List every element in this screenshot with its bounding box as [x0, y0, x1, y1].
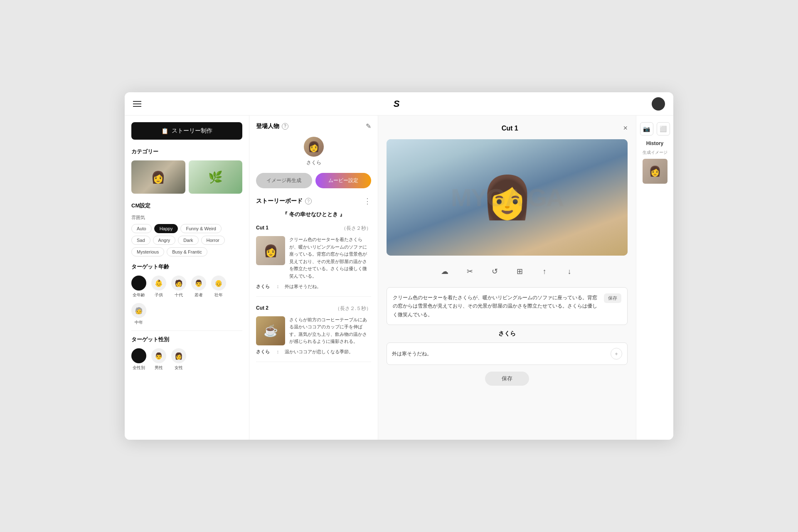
history-subtitle: 生成イメージ — [643, 150, 667, 155]
adult-icon: 👴 — [211, 276, 226, 291]
cut-1-id: Cut 1 — [256, 225, 268, 232]
scene-description-text: クリーム色のセーターを着たさくらが、暖かいリビングルームのソファに座っている。背… — [393, 293, 600, 319]
tag-mysterious[interactable]: Mysterious — [131, 247, 164, 256]
storyboard-title-row: ストーリーボード ? — [256, 197, 312, 205]
modal-close-button[interactable]: × — [623, 124, 628, 133]
tag-sad[interactable]: Sad — [131, 236, 150, 245]
mood-tags-row1: Auto Happy Funny & Weird — [131, 224, 242, 233]
scene-desc-save-button[interactable]: 保存 — [604, 293, 621, 303]
gender-all-icon: ALL — [131, 348, 146, 363]
grid-icon[interactable]: ⊞ — [512, 264, 527, 279]
tag-auto[interactable]: Auto — [131, 224, 152, 233]
target-age-grid: ALL 全年齢 👶 子供 🧑 十代 👨 若者 — [131, 276, 242, 325]
middle-icon: 🧓 — [131, 303, 146, 318]
app-logo: S — [394, 99, 400, 109]
edit-cut-icon[interactable]: ✂ — [462, 264, 477, 279]
action-toolbar: ☁ ✂ ↺ ⊞ ↑ ↓ — [387, 264, 628, 279]
female-icon: 👩 — [171, 348, 186, 363]
target-age-all[interactable]: ALL 全年齢 — [131, 276, 146, 298]
mood-label: 雰囲気 — [131, 214, 242, 221]
cut-1-description: クリーム色のセーターを着たさくらが、暖かいリビングルームのソファに座っている。背… — [289, 236, 371, 280]
cut-2-header: Cut 2 （長さ２.５秒） — [256, 305, 371, 312]
male-icon: 👨 — [151, 348, 166, 363]
cut-2-thumbnail[interactable]: ☕ — [256, 316, 285, 345]
history-thumbnail[interactable]: 👩 — [643, 159, 667, 184]
target-gender-label: ターゲット性別 — [131, 336, 242, 343]
characters-edit-icon[interactable]: ✎ — [366, 122, 371, 130]
cut-1-thumbnail[interactable]: 👩 — [256, 236, 285, 265]
scene-character: 👩 — [481, 173, 533, 222]
movie-settings-button[interactable]: ムービー設定 — [315, 173, 372, 188]
child-icon: 👶 — [151, 276, 166, 291]
young-icon: 👨 — [191, 276, 206, 291]
cut-1-header: Cut 1 （長さ２秒） — [256, 225, 371, 232]
history-title: History — [646, 140, 663, 146]
cut-1-dialog: さくら ： 外は寒そうだね。 — [256, 283, 371, 290]
scene-desc-box: クリーム色のセーターを着たさくらが、暖かいリビングルームのソファに座っている。背… — [387, 287, 628, 325]
dialog-text: 外は寒そうだね。 — [392, 350, 432, 357]
character-avatar[interactable]: 👩 — [304, 137, 324, 157]
target-age-child[interactable]: 👶 子供 — [151, 276, 166, 298]
characters-info-icon[interactable]: ? — [282, 123, 288, 130]
target-age-young[interactable]: 👨 若者 — [191, 276, 206, 298]
modal-header: Cut 1 × — [387, 124, 628, 133]
mood-tags-row3: Mysterious Busy & Frantic — [131, 247, 242, 256]
target-age-adult[interactable]: 👴 壮年 — [211, 276, 226, 298]
move-up-icon[interactable]: ↑ — [537, 264, 552, 279]
tag-funny[interactable]: Funny & Weird — [180, 224, 222, 233]
cut-2-description: さくらが前方のコーヒーテーブルにある温かいココアのカップに手を伸ばす。蒸気が立ち… — [289, 316, 371, 345]
teen-icon: 🧑 — [171, 276, 186, 291]
storyboard-info-icon[interactable]: ? — [305, 198, 312, 204]
tag-angry[interactable]: Angry — [153, 236, 176, 245]
tag-happy[interactable]: Happy — [154, 224, 178, 233]
cut-2-id: Cut 2 — [256, 305, 268, 312]
gender-male[interactable]: 👨 男性 — [151, 348, 166, 371]
target-age-section: ターゲット年齢 ALL 全年齢 👶 子供 🧑 十代 — [131, 263, 242, 325]
character-name: さくら — [306, 159, 321, 166]
left-sidebar: 📋 ストーリー制作 カテゴリー CM設定 雰囲気 Auto Happy Funn… — [125, 116, 249, 440]
save-center-button[interactable]: 保存 — [485, 372, 529, 386]
upload-icon[interactable]: ☁ — [437, 264, 452, 279]
create-story-button[interactable]: 📋 ストーリー制作 — [131, 122, 242, 140]
dialog-box: 外は寒そうだね。 ＋ — [387, 342, 628, 365]
mood-tags-row2: Sad Angry Dark Horror — [131, 236, 242, 245]
gender-female[interactable]: 👩 女性 — [171, 348, 186, 371]
all-age-icon: ALL — [131, 276, 146, 291]
gender-all[interactable]: ALL 全性別 — [131, 348, 146, 371]
tag-busy[interactable]: Busy & Frantic — [167, 247, 207, 256]
target-age-label: ターゲット年齢 — [131, 263, 242, 271]
tag-dark[interactable]: Dark — [178, 236, 198, 245]
target-age-middle[interactable]: 🧓 中年 — [131, 303, 146, 325]
category-item-1[interactable] — [131, 160, 185, 194]
cut-item-1: Cut 1 （長さ２秒） 👩 クリーム色のセーターを着たさくらが、暖かいリビング… — [256, 225, 371, 297]
user-avatar[interactable] — [652, 97, 665, 111]
create-icon: 📋 — [161, 128, 168, 134]
cut-item-2: Cut 2 （長さ２.５秒） ☕ さくらが前方のコーヒーテーブルにある温かいココ… — [256, 305, 371, 362]
history-view-toggle: 📷 ⬜ — [640, 122, 670, 135]
main-scene-image: MYGA GA 👩 — [387, 139, 628, 256]
cm-label: CM設定 — [131, 202, 242, 209]
storyboard-more-button[interactable]: ⋮ — [364, 197, 371, 206]
hamburger-menu[interactable] — [133, 101, 141, 107]
middle-panel: 登場人物 ? ✎ 👩 さくら イメージ再生成 ムービー設定 ストーリーボード ?… — [249, 116, 378, 440]
move-down-icon[interactable]: ↓ — [562, 264, 577, 279]
cm-section: CM設定 雰囲気 Auto Happy Funny & Weird Sad An… — [131, 202, 242, 256]
categories-label: カテゴリー — [131, 148, 242, 155]
right-panel: Cut 1 × MYGA GA 👩 ☁ ✂ ↺ ⊞ ↑ ↓ クリーム色のセーター… — [378, 116, 636, 440]
tag-horror[interactable]: Horror — [201, 236, 225, 245]
characters-title: 登場人物 ? — [256, 123, 288, 130]
app-header: S — [125, 92, 673, 116]
modal-title: Cut 1 — [397, 125, 623, 132]
storyboard-header: ストーリーボード ? ⋮ — [256, 197, 371, 206]
add-dialog-button[interactable]: ＋ — [611, 348, 622, 360]
characters-header: 登場人物 ? ✎ — [256, 122, 371, 130]
refresh-icon[interactable]: ↺ — [487, 264, 502, 279]
target-age-teen[interactable]: 🧑 十代 — [171, 276, 186, 298]
story-title: 『 冬の幸せなひととき 』 — [256, 211, 371, 218]
cut-1-content: 👩 クリーム色のセーターを着たさくらが、暖かいリビングルームのソファに座っている… — [256, 236, 371, 280]
category-grid — [131, 160, 242, 194]
history-camera-icon[interactable]: 📷 — [640, 122, 653, 135]
regenerate-button[interactable]: イメージ再生成 — [256, 173, 312, 188]
history-layout-icon[interactable]: ⬜ — [657, 122, 670, 135]
category-item-2[interactable] — [189, 160, 243, 194]
